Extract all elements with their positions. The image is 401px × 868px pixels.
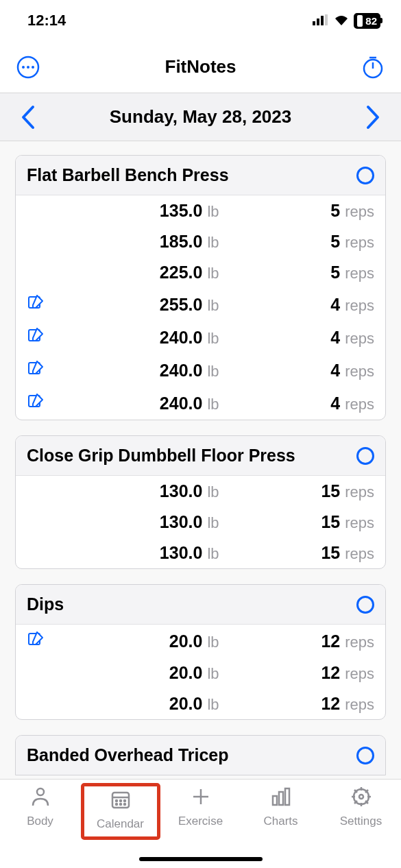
set-reps: 15 reps [219, 481, 375, 501]
set-row[interactable]: 135.0 lb5 reps [16, 195, 385, 226]
set-row[interactable]: 185.0 lb5 reps [16, 226, 385, 257]
cellular-icon [313, 12, 329, 29]
exercise-card[interactable]: Close Grip Dumbbell Floor Press130.0 lb1… [15, 435, 386, 569]
svg-rect-2 [321, 16, 324, 25]
set-weight: 20.0 lb [64, 694, 219, 714]
tab-label: Body [27, 815, 53, 828]
svg-point-5 [22, 66, 25, 69]
note-icon [27, 392, 45, 414]
svg-rect-0 [313, 21, 315, 25]
app-title: FitNotes [165, 56, 236, 77]
set-row[interactable]: 20.0 lb12 reps [16, 688, 385, 719]
set-weight: 20.0 lb [64, 663, 219, 683]
set-weight: 240.0 lb [64, 394, 219, 413]
set-row[interactable]: 240.0 lb4 reps [16, 387, 385, 420]
set-reps: 12 reps [219, 663, 375, 683]
set-reps: 4 reps [219, 361, 375, 381]
set-weight: 130.0 lb [64, 512, 219, 532]
set-row[interactable]: 225.0 lb5 reps [16, 257, 385, 288]
note-cell[interactable] [23, 630, 64, 652]
note-cell[interactable] [23, 293, 64, 315]
exercise-marker[interactable] [356, 747, 374, 764]
set-reps: 4 reps [219, 394, 375, 413]
home-indicator[interactable] [139, 857, 263, 861]
exercise-name: Flat Barbell Bench Press [27, 165, 229, 185]
more-options-button[interactable] [15, 54, 41, 80]
svg-point-6 [27, 66, 29, 69]
set-reps: 4 reps [219, 328, 375, 348]
current-date[interactable]: Sunday, May 28, 2023 [110, 106, 291, 128]
set-row[interactable]: 130.0 lb15 reps [16, 538, 385, 568]
set-reps: 12 reps [219, 631, 375, 651]
exercise-marker[interactable] [356, 447, 374, 465]
exercise-marker[interactable] [356, 596, 374, 614]
workout-list[interactable]: Flat Barbell Bench Press135.0 lb5 reps18… [0, 141, 401, 779]
set-weight: 130.0 lb [64, 543, 219, 563]
tab-body[interactable]: Body [3, 785, 78, 828]
svg-point-21 [124, 800, 125, 801]
set-weight: 130.0 lb [64, 481, 219, 501]
tab-label: Charts [263, 815, 297, 828]
calendar-icon [109, 788, 132, 815]
set-reps: 15 reps [219, 543, 375, 563]
tab-calendar[interactable]: Calendar [83, 785, 158, 838]
note-icon [27, 293, 45, 315]
set-row[interactable]: 130.0 lb15 reps [16, 476, 385, 507]
set-row[interactable]: 240.0 lb4 reps [16, 321, 385, 354]
note-cell[interactable] [23, 326, 64, 348]
battery-icon: 82 [354, 13, 380, 29]
svg-point-20 [120, 800, 121, 801]
tab-exercise[interactable]: Exercise [163, 785, 239, 828]
set-reps: 5 reps [219, 263, 375, 282]
set-row[interactable]: 130.0 lb15 reps [16, 507, 385, 538]
exercise-name: Dips [27, 594, 64, 614]
svg-point-24 [124, 804, 125, 805]
svg-point-7 [32, 66, 34, 69]
set-row[interactable]: 240.0 lb4 reps [16, 354, 385, 387]
set-row[interactable]: 20.0 lb12 reps [16, 625, 385, 658]
tab-label: Exercise [178, 815, 223, 828]
app-header: FitNotes [0, 41, 401, 93]
set-weight: 240.0 lb [64, 328, 219, 348]
svg-rect-27 [273, 796, 277, 805]
set-weight: 240.0 lb [64, 361, 219, 381]
svg-point-16 [37, 788, 44, 795]
set-reps: 5 reps [219, 232, 375, 252]
set-weight: 185.0 lb [64, 232, 219, 252]
status-time: 12:14 [27, 12, 66, 29]
tab-label: Settings [340, 815, 382, 828]
svg-rect-3 [325, 14, 328, 25]
set-reps: 5 reps [219, 201, 375, 221]
svg-rect-29 [285, 788, 289, 805]
svg-rect-28 [279, 792, 283, 805]
timer-button[interactable] [360, 54, 386, 80]
next-day-button[interactable] [360, 104, 386, 130]
tab-bar: Body Calendar Exercise Charts Settings [0, 779, 401, 868]
tab-charts[interactable]: Charts [243, 785, 319, 828]
note-cell[interactable] [23, 392, 64, 414]
exercise-marker[interactable] [356, 167, 374, 184]
exercise-card[interactable]: Flat Barbell Bench Press135.0 lb5 reps18… [15, 155, 386, 420]
set-row[interactable]: 255.0 lb4 reps [16, 288, 385, 321]
svg-point-19 [116, 800, 117, 801]
set-weight: 135.0 lb [64, 201, 219, 221]
tab-settings[interactable]: Settings [324, 785, 399, 828]
svg-point-23 [120, 804, 121, 805]
exercise-name: Close Grip Dumbbell Floor Press [27, 446, 295, 466]
tab-label: Calendar [97, 817, 144, 831]
exercise-card[interactable]: Dips20.0 lb12 reps20.0 lb12 reps20.0 lb1… [15, 584, 386, 720]
set-reps: 4 reps [219, 295, 375, 315]
set-reps: 12 reps [219, 694, 375, 714]
note-cell[interactable] [23, 359, 64, 381]
wifi-icon [333, 12, 350, 29]
set-row[interactable]: 20.0 lb12 reps [16, 658, 385, 688]
body-icon [29, 785, 52, 812]
svg-point-31 [359, 795, 363, 799]
charts-icon [269, 785, 293, 812]
prev-day-button[interactable] [15, 104, 41, 130]
note-icon [27, 326, 45, 348]
exercise-card[interactable]: Banded Overhead Tricep [15, 735, 386, 775]
date-nav: Sunday, May 28, 2023 [0, 93, 401, 141]
plus-icon [189, 785, 212, 812]
exercise-name: Banded Overhead Tricep [27, 745, 229, 765]
